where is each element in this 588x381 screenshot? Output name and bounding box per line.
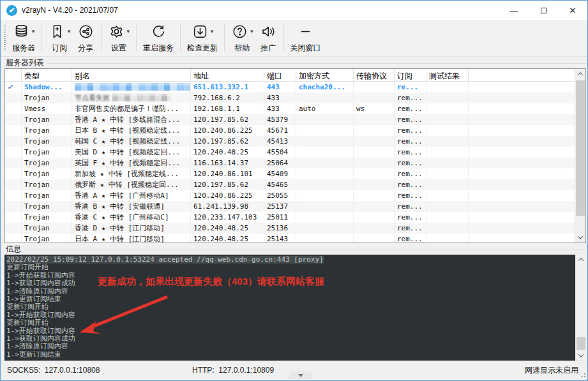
cell-type: Trojan xyxy=(22,136,72,147)
column-header[interactable]: 地址 xyxy=(191,69,264,81)
socks-status: SOCKS5: 127.0.0.1:10808 xyxy=(7,366,100,375)
cell-port: 443 xyxy=(264,82,296,93)
server-row[interactable]: Vmess非官网售卖的都是骗子！谨防...192.168.1.1433autow… xyxy=(5,103,575,114)
row-filler xyxy=(469,212,575,223)
server-row[interactable]: Trojan新加坡 ★ 中转 [视频稳定线...120.240.86.10145… xyxy=(5,168,575,179)
maximize-button[interactable] xyxy=(529,1,558,20)
cell-subscription: rem... xyxy=(395,234,426,243)
minimize-button[interactable]: — xyxy=(499,1,529,20)
cell-network xyxy=(354,212,395,223)
cell-security xyxy=(296,212,354,223)
server-row[interactable]: Trojan香港 D ★ 中转 [江门移动]120.240.48.2525136… xyxy=(5,223,575,234)
cell-type: Trojan xyxy=(22,212,72,223)
cell-security xyxy=(296,158,354,168)
dropdown-arrow-icon[interactable]: ▾ xyxy=(32,28,35,34)
servers-button[interactable]: ▾服务器 xyxy=(9,20,38,56)
console-scrollbar[interactable] xyxy=(575,255,586,361)
toolbar-drag-grip-icon[interactable] xyxy=(4,25,6,51)
toolbar: ▾服务器▾订阅分享▾设置重启服务▾检查更新▾帮助推广关闭窗口 xyxy=(1,20,587,57)
server-state-cell xyxy=(5,103,22,114)
toolbar-button-label: 设置 xyxy=(111,43,126,54)
scrollbar-down-button[interactable] xyxy=(575,232,585,243)
server-row[interactable]: Trojan香港 A ★ 中转 [多线路混合...120.197.85.6245… xyxy=(5,114,575,125)
cell-subscription: rem... xyxy=(395,223,426,234)
log-console[interactable]: 2022/02/25 15:09:12 127.0.0.1:53224 acce… xyxy=(4,255,575,361)
column-header[interactable]: 测试结果 xyxy=(426,69,469,81)
close-window-button[interactable]: 关闭窗口 xyxy=(287,20,324,56)
column-header[interactable]: 加密方式 xyxy=(296,69,354,81)
scrollbar-up-button[interactable] xyxy=(576,255,586,265)
log-line: 1->更新订阅结束 xyxy=(6,351,573,359)
cell-port: 45671 xyxy=(264,125,296,136)
cell-type: Shadow... xyxy=(22,82,72,93)
column-header-filler xyxy=(469,69,575,81)
server-state-cell xyxy=(5,168,22,179)
cell-test xyxy=(426,158,469,168)
info-group-label: 信息 xyxy=(4,244,24,255)
dropdown-arrow-icon[interactable]: ▾ xyxy=(127,28,130,34)
promotion-button[interactable]: 推广 xyxy=(257,20,280,56)
cell-security xyxy=(296,190,354,201)
server-state-cell xyxy=(5,125,22,136)
cell-alias: 美国 D ★ 中转 [视频稳定回... xyxy=(72,147,191,158)
cell-alias: 香港 C ★ 中转 [广州移动C] xyxy=(72,212,191,223)
settings-button[interactable]: ▾设置 xyxy=(105,20,133,56)
server-row[interactable]: Trojan香港 A ★ 中转 [广州移动A]120.240.86.225250… xyxy=(5,190,575,201)
cell-port: 25055 xyxy=(264,190,296,201)
server-row[interactable]: Trojan香港 B ★ 中转 [安徽联通]61.241.139.9825137… xyxy=(5,201,575,212)
server-row[interactable]: Trojan节点看失效792.168.6.2433rem... xyxy=(5,93,575,103)
server-row[interactable]: ✓Shadow...651.613.332.1443chacha20...re.… xyxy=(5,82,575,93)
share-button[interactable]: 分享 xyxy=(74,20,98,56)
column-header[interactable]: 端口 xyxy=(264,69,296,81)
cell-network xyxy=(354,223,395,234)
column-header[interactable]: 类型 xyxy=(22,69,72,81)
server-row[interactable]: Trojan美国 D ★ 中转 [视频稳定回...120.240.48.2545… xyxy=(5,147,575,158)
toolbar-separator xyxy=(101,24,102,52)
scrollbar-down-button[interactable] xyxy=(576,350,586,361)
scrollbar-up-button[interactable] xyxy=(575,69,585,79)
cell-port: 45465 xyxy=(264,179,296,190)
toolbar-button-label: 重启服务 xyxy=(143,43,174,54)
row-filler xyxy=(469,223,575,234)
dropdown-arrow-icon[interactable]: ▾ xyxy=(68,28,71,34)
column-header[interactable]: 别名 xyxy=(72,69,191,81)
server-table-scrollbar[interactable] xyxy=(575,69,585,243)
http-status: HTTP: 127.0.0.1:10809 xyxy=(192,366,274,375)
window-controls: — ✕ xyxy=(499,1,587,20)
column-header[interactable]: 传输协议 xyxy=(354,69,395,81)
close-button[interactable]: ✕ xyxy=(558,1,587,20)
server-row[interactable]: Trojan香港 C ★ 中转 [广州移动C]120.233.147.10325… xyxy=(5,212,575,223)
server-row[interactable]: Trojan日本 B ★ 中转 [视频稳定线...120.240.86.2254… xyxy=(5,125,575,136)
server-row[interactable]: Trojan俄罗斯 ★ 中转 [视频稳定回...120.197.85.62454… xyxy=(5,179,575,190)
toolbar-button-label: 订阅 xyxy=(52,43,67,54)
cell-type: Trojan xyxy=(22,190,72,201)
check-update-button[interactable]: ▾检查更新 xyxy=(184,20,221,56)
server-row[interactable]: Trojan日本 A ★ 中转 [江门移动]120.240.48.2525143… xyxy=(5,234,575,243)
server-row[interactable]: Trojan英国 F ★ 中转 [视频稳定回...116.163.14.3725… xyxy=(5,158,575,168)
log-line: 更新订阅开始 xyxy=(6,264,573,271)
dropdown-arrow-icon[interactable]: ▾ xyxy=(211,28,214,34)
column-header[interactable]: 订阅 xyxy=(395,69,426,81)
cell-subscription: rem... xyxy=(395,147,426,158)
cell-network xyxy=(354,136,395,147)
cell-alias: 日本 A ★ 中转 [江门移动] xyxy=(72,234,191,243)
cell-alias: 香港 B ★ 中转 [安徽联通] xyxy=(72,201,191,212)
help-button[interactable]: ▾帮助 xyxy=(228,20,257,56)
status-dropdown-button[interactable] xyxy=(289,371,312,379)
subscription-button[interactable]: ▾订阅 xyxy=(45,20,74,56)
cell-security xyxy=(296,179,354,190)
column-header[interactable] xyxy=(5,69,22,81)
cell-test xyxy=(426,234,469,243)
chevron-down-icon xyxy=(298,374,303,377)
title-bar[interactable]: ✔ v2rayN - V4.20 - 2021/07/07 — ✕ xyxy=(1,1,587,20)
cell-address: 120.240.86.101 xyxy=(191,168,264,179)
cell-alias: 香港 A ★ 中转 [广州移动A] xyxy=(72,190,191,201)
scrollbar-thumb[interactable] xyxy=(576,80,585,216)
restart-service-button[interactable]: 重启服务 xyxy=(140,20,177,56)
server-row[interactable]: Trojan韩国 C ★ 中转 [视频稳定线...120.197.85.6245… xyxy=(5,136,575,147)
dropdown-arrow-icon[interactable]: ▾ xyxy=(250,28,253,34)
scrollbar-thumb[interactable] xyxy=(577,337,585,350)
server-icon xyxy=(13,23,30,40)
row-filler xyxy=(469,136,575,147)
restart-icon xyxy=(150,23,167,40)
